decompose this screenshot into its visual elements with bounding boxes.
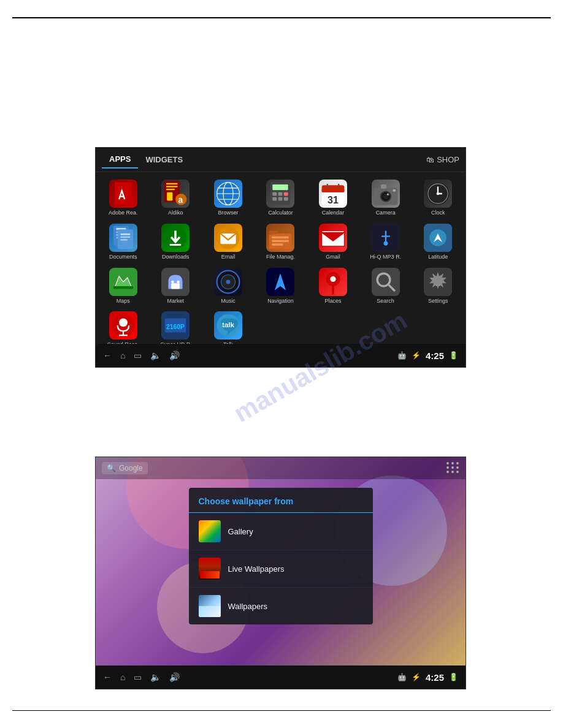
- app-clock[interactable]: Clock: [413, 177, 463, 219]
- volume-up-icon[interactable]: 🔊: [169, 351, 180, 360]
- app-browser[interactable]: Browser: [203, 177, 253, 219]
- email-icon: [214, 224, 242, 252]
- recents-icon[interactable]: ▭: [134, 672, 142, 682]
- downloads-icon: [161, 224, 190, 252]
- calendar-icon: 31: [319, 180, 347, 208]
- svg-rect-14: [273, 184, 288, 190]
- app-navigation[interactable]: Navigation: [256, 265, 306, 307]
- svg-text:31: 31: [327, 194, 339, 205]
- app-adobe-label: Adobe Rea.: [109, 210, 138, 216]
- grid-dot: [451, 466, 454, 469]
- svg-rect-53: [272, 236, 289, 238]
- screen1-time: 4:25: [426, 351, 444, 361]
- android-icon: 🤖: [397, 673, 407, 681]
- battery-icon: 🔋: [449, 673, 458, 681]
- app-settings-label: Settings: [428, 298, 448, 305]
- app-search-label: Search: [377, 298, 394, 305]
- app-calculator[interactable]: Calculator: [256, 177, 306, 219]
- svg-text:2160P: 2160P: [166, 324, 185, 330]
- app-documents-label: Documents: [109, 254, 137, 260]
- svg-rect-55: [272, 243, 283, 245]
- back-icon[interactable]: ←: [103, 672, 112, 682]
- volume-up-icon[interactable]: 🔊: [169, 672, 180, 682]
- app-email-label: Email: [221, 254, 236, 260]
- app-latitude-label: Latitude: [428, 254, 448, 260]
- app-adobe[interactable]: Adobe Rea.: [98, 177, 148, 219]
- svg-rect-4: [167, 192, 173, 201]
- grid-dot: [456, 466, 459, 469]
- app-downloads[interactable]: Downloads: [151, 221, 201, 263]
- app-documents[interactable]: Documents: [98, 221, 148, 263]
- filemanager-icon: [266, 224, 294, 252]
- shop-label: SHOP: [437, 155, 459, 164]
- grid-dot: [446, 466, 449, 469]
- svg-point-38: [437, 192, 440, 195]
- page-top-border: [12, 17, 551, 18]
- grid-dots-icon[interactable]: [446, 462, 459, 473]
- app-navigation-label: Navigation: [267, 298, 294, 305]
- volume-down-icon[interactable]: 🔈: [150, 351, 161, 360]
- screen2-status-bar: 🤖 ⚡ 4:25 🔋: [397, 672, 458, 683]
- home-icon[interactable]: ⌂: [120, 672, 125, 682]
- android-icon: 🤖: [397, 351, 407, 360]
- grid-dot: [451, 462, 454, 464]
- app-calculator-label: Calculator: [268, 210, 293, 216]
- app-latitude[interactable]: Latitude: [413, 221, 463, 263]
- latitude-icon: [424, 224, 452, 252]
- market-icon: [161, 268, 190, 296]
- usb-icon: ⚡: [412, 673, 421, 681]
- google-search-bar[interactable]: 🔍 Google: [102, 462, 148, 474]
- app-maps[interactable]: Maps: [98, 265, 148, 307]
- browser-icon: [214, 180, 242, 208]
- svg-rect-33: [393, 189, 396, 191]
- app-hiq-label: Hi-Q MP3 R.: [370, 254, 401, 260]
- app-filemanager[interactable]: File Manag.: [256, 221, 306, 263]
- google-search-icon: 🔍: [107, 464, 116, 472]
- app-places[interactable]: Places: [308, 265, 358, 307]
- app-filemanager-label: File Manag.: [266, 254, 295, 260]
- google-label: Google: [119, 464, 143, 472]
- svg-rect-63: [113, 286, 133, 289]
- svg-rect-18: [273, 197, 277, 201]
- home-icon[interactable]: ⌂: [120, 351, 125, 360]
- app-calendar[interactable]: 31 Calendar: [308, 177, 358, 219]
- wallpaper-option-gallery[interactable]: Gallery: [189, 513, 373, 550]
- wallpaper-option-live[interactable]: Live Wallpapers: [189, 550, 373, 588]
- recents-icon[interactable]: ▭: [134, 351, 142, 360]
- svg-rect-46: [120, 236, 130, 237]
- screen2-nav-bar: ← ⌂ ▭ 🔈 🔊 🤖 ⚡ 4:25 🔋: [96, 665, 465, 689]
- app-camera[interactable]: Camera: [361, 177, 411, 219]
- soundreco-icon: [109, 311, 137, 339]
- svg-rect-15: [273, 192, 277, 196]
- app-search[interactable]: Search: [361, 265, 411, 307]
- app-grid: Adobe Rea. a Aldiko: [96, 172, 465, 355]
- app-music[interactable]: Music: [203, 265, 253, 307]
- app-email[interactable]: Email: [203, 221, 253, 263]
- svg-point-82: [119, 319, 128, 327]
- calculator-icon: [266, 180, 294, 208]
- navigation-icon: [266, 268, 294, 296]
- tab-apps[interactable]: APPS: [102, 151, 138, 169]
- app-market[interactable]: Market: [151, 265, 201, 307]
- svg-rect-23: [322, 189, 345, 192]
- app-clock-label: Clock: [431, 210, 445, 216]
- gmail-icon: [319, 224, 347, 252]
- app-downloads-label: Downloads: [162, 254, 190, 260]
- shop-button[interactable]: 🛍 SHOP: [426, 155, 459, 164]
- places-icon: [319, 268, 347, 296]
- app-settings[interactable]: Settings: [413, 265, 463, 307]
- tab-widgets[interactable]: WIDGETS: [138, 151, 190, 168]
- wallpaper-option-wallpapers[interactable]: Wallpapers: [189, 588, 373, 624]
- app-aldiko-label: Aldiko: [168, 210, 183, 216]
- app-gmail[interactable]: Gmail: [308, 221, 358, 263]
- screenshot-wallpaper: 🔍 Google Choose wallpaper from Gallery L…: [95, 457, 466, 689]
- volume-down-icon[interactable]: 🔈: [150, 672, 161, 682]
- wallpapers-thumbnail: [199, 595, 221, 617]
- clock-icon: [424, 180, 452, 208]
- back-icon[interactable]: ←: [103, 351, 112, 360]
- svg-rect-2: [166, 186, 177, 187]
- app-aldiko[interactable]: a Aldiko: [151, 177, 201, 219]
- app-drawer-header: APPS WIDGETS 🛍 SHOP: [96, 148, 465, 172]
- screen2-topbar: 🔍 Google: [96, 457, 465, 479]
- app-hiq[interactable]: Hi-Q MP3 R.: [361, 221, 411, 263]
